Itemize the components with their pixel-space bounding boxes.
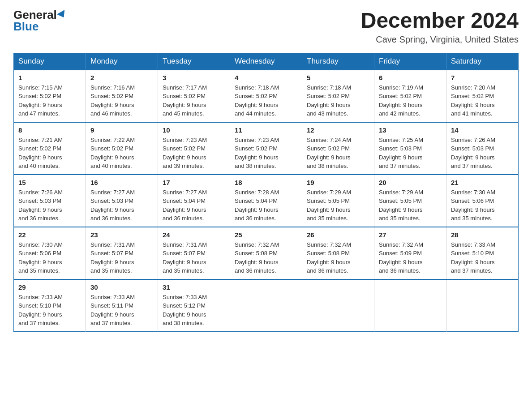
day-number: 1 — [18, 74, 81, 81]
calendar-day-cell: 9 Sunrise: 7:22 AMSunset: 5:02 PMDayligh… — [86, 122, 158, 175]
day-number: 30 — [90, 283, 153, 291]
day-info: Sunrise: 7:20 AMSunset: 5:02 PMDaylight:… — [451, 84, 495, 117]
day-number: 5 — [307, 74, 369, 81]
day-info: Sunrise: 7:17 AMSunset: 5:02 PMDaylight:… — [163, 84, 207, 117]
calendar-day-cell: 18 Sunrise: 7:28 AMSunset: 5:04 PMDaylig… — [230, 175, 302, 227]
day-info: Sunrise: 7:25 AMSunset: 5:03 PMDaylight:… — [379, 137, 423, 170]
calendar-day-cell: 14 Sunrise: 7:26 AMSunset: 5:03 PMDaylig… — [446, 122, 519, 175]
day-number: 18 — [235, 179, 297, 186]
logo: General Blue — [13, 9, 67, 32]
logo-arrow-icon — [57, 10, 68, 20]
day-info: Sunrise: 7:33 AMSunset: 5:11 PMDaylight:… — [90, 294, 135, 327]
day-info: Sunrise: 7:23 AMSunset: 5:02 PMDaylight:… — [235, 137, 279, 170]
weekday-header-tuesday: Tuesday — [158, 53, 230, 70]
calendar-empty-cell — [446, 279, 519, 332]
day-info: Sunrise: 7:31 AMSunset: 5:07 PMDaylight:… — [163, 241, 207, 274]
calendar-day-cell: 20 Sunrise: 7:29 AMSunset: 5:05 PMDaylig… — [374, 175, 446, 227]
day-number: 19 — [307, 179, 369, 186]
day-info: Sunrise: 7:27 AMSunset: 5:03 PMDaylight:… — [90, 189, 135, 222]
calendar-table: SundayMondayTuesdayWednesdayThursdayFrid… — [13, 53, 519, 332]
calendar-day-cell: 3 Sunrise: 7:17 AMSunset: 5:02 PMDayligh… — [158, 70, 230, 122]
day-number: 14 — [451, 126, 514, 134]
day-info: Sunrise: 7:15 AMSunset: 5:02 PMDaylight:… — [18, 84, 63, 117]
calendar-empty-cell — [374, 279, 446, 332]
calendar-day-cell: 16 Sunrise: 7:27 AMSunset: 5:03 PMDaylig… — [86, 175, 158, 227]
calendar-day-cell: 13 Sunrise: 7:25 AMSunset: 5:03 PMDaylig… — [374, 122, 446, 175]
title-block: December 2024 Cave Spring, Virginia, Uni… — [361, 9, 519, 45]
day-info: Sunrise: 7:33 AMSunset: 5:10 PMDaylight:… — [451, 241, 495, 274]
day-info: Sunrise: 7:29 AMSunset: 5:05 PMDaylight:… — [379, 189, 423, 222]
calendar-day-cell: 23 Sunrise: 7:31 AMSunset: 5:07 PMDaylig… — [86, 227, 158, 279]
calendar-week-row: 22 Sunrise: 7:30 AMSunset: 5:06 PMDaylig… — [14, 227, 519, 279]
day-info: Sunrise: 7:33 AMSunset: 5:10 PMDaylight:… — [18, 294, 63, 327]
calendar-header-row: SundayMondayTuesdayWednesdayThursdayFrid… — [14, 53, 519, 70]
day-number: 7 — [451, 74, 514, 81]
weekday-header-monday: Monday — [86, 53, 158, 70]
day-number: 23 — [90, 231, 153, 239]
logo-general-text: General — [13, 9, 57, 21]
day-number: 24 — [163, 231, 225, 239]
calendar-day-cell: 29 Sunrise: 7:33 AMSunset: 5:10 PMDaylig… — [14, 279, 86, 332]
calendar-day-cell: 31 Sunrise: 7:33 AMSunset: 5:12 PMDaylig… — [158, 279, 230, 332]
day-info: Sunrise: 7:24 AMSunset: 5:02 PMDaylight:… — [307, 137, 351, 170]
day-info: Sunrise: 7:22 AMSunset: 5:02 PMDaylight:… — [90, 137, 135, 170]
day-number: 3 — [163, 74, 225, 81]
day-info: Sunrise: 7:30 AMSunset: 5:06 PMDaylight:… — [451, 189, 495, 222]
day-number: 2 — [90, 74, 153, 81]
day-number: 26 — [307, 231, 369, 239]
page-header: General Blue December 2024 Cave Spring, … — [13, 9, 519, 45]
calendar-empty-cell — [302, 279, 374, 332]
day-info: Sunrise: 7:32 AMSunset: 5:08 PMDaylight:… — [235, 241, 279, 274]
day-number: 25 — [235, 231, 297, 239]
calendar-day-cell: 8 Sunrise: 7:21 AMSunset: 5:02 PMDayligh… — [14, 122, 86, 175]
day-info: Sunrise: 7:31 AMSunset: 5:07 PMDaylight:… — [90, 241, 135, 274]
day-info: Sunrise: 7:23 AMSunset: 5:02 PMDaylight:… — [163, 137, 207, 170]
day-info: Sunrise: 7:33 AMSunset: 5:12 PMDaylight:… — [163, 294, 207, 327]
calendar-day-cell: 5 Sunrise: 7:18 AMSunset: 5:02 PMDayligh… — [302, 70, 374, 122]
calendar-empty-cell — [230, 279, 302, 332]
calendar-day-cell: 21 Sunrise: 7:30 AMSunset: 5:06 PMDaylig… — [446, 175, 519, 227]
calendar-day-cell: 26 Sunrise: 7:32 AMSunset: 5:08 PMDaylig… — [302, 227, 374, 279]
day-info: Sunrise: 7:28 AMSunset: 5:04 PMDaylight:… — [235, 189, 279, 222]
day-number: 22 — [18, 231, 81, 239]
calendar-day-cell: 4 Sunrise: 7:18 AMSunset: 5:02 PMDayligh… — [230, 70, 302, 122]
day-info: Sunrise: 7:29 AMSunset: 5:05 PMDaylight:… — [307, 189, 351, 222]
calendar-day-cell: 25 Sunrise: 7:32 AMSunset: 5:08 PMDaylig… — [230, 227, 302, 279]
calendar-day-cell: 10 Sunrise: 7:23 AMSunset: 5:02 PMDaylig… — [158, 122, 230, 175]
day-number: 17 — [163, 179, 225, 186]
weekday-header-wednesday: Wednesday — [230, 53, 302, 70]
location-subtitle: Cave Spring, Virginia, United States — [361, 34, 519, 45]
calendar-week-row: 8 Sunrise: 7:21 AMSunset: 5:02 PMDayligh… — [14, 122, 519, 175]
day-number: 9 — [90, 126, 153, 134]
day-number: 31 — [163, 283, 225, 291]
logo-blue-text: Blue — [13, 21, 39, 32]
day-number: 8 — [18, 126, 81, 134]
calendar-day-cell: 24 Sunrise: 7:31 AMSunset: 5:07 PMDaylig… — [158, 227, 230, 279]
calendar-day-cell: 2 Sunrise: 7:16 AMSunset: 5:02 PMDayligh… — [86, 70, 158, 122]
calendar-day-cell: 30 Sunrise: 7:33 AMSunset: 5:11 PMDaylig… — [86, 279, 158, 332]
calendar-day-cell: 11 Sunrise: 7:23 AMSunset: 5:02 PMDaylig… — [230, 122, 302, 175]
calendar-week-row: 15 Sunrise: 7:26 AMSunset: 5:03 PMDaylig… — [14, 175, 519, 227]
day-number: 13 — [379, 126, 442, 134]
day-info: Sunrise: 7:26 AMSunset: 5:03 PMDaylight:… — [18, 189, 63, 222]
day-info: Sunrise: 7:32 AMSunset: 5:09 PMDaylight:… — [379, 241, 423, 274]
weekday-header-thursday: Thursday — [302, 53, 374, 70]
day-info: Sunrise: 7:18 AMSunset: 5:02 PMDaylight:… — [235, 84, 279, 117]
day-number: 10 — [163, 126, 225, 134]
day-number: 27 — [379, 231, 442, 239]
day-info: Sunrise: 7:21 AMSunset: 5:02 PMDaylight:… — [18, 137, 63, 170]
calendar-day-cell: 7 Sunrise: 7:20 AMSunset: 5:02 PMDayligh… — [446, 70, 519, 122]
day-number: 4 — [235, 74, 297, 81]
day-info: Sunrise: 7:32 AMSunset: 5:08 PMDaylight:… — [307, 241, 351, 274]
calendar-day-cell: 15 Sunrise: 7:26 AMSunset: 5:03 PMDaylig… — [14, 175, 86, 227]
calendar-week-row: 29 Sunrise: 7:33 AMSunset: 5:10 PMDaylig… — [14, 279, 519, 332]
day-number: 11 — [235, 126, 297, 134]
calendar-day-cell: 27 Sunrise: 7:32 AMSunset: 5:09 PMDaylig… — [374, 227, 446, 279]
day-number: 29 — [18, 283, 81, 291]
day-number: 6 — [379, 74, 442, 81]
day-number: 12 — [307, 126, 369, 134]
day-info: Sunrise: 7:26 AMSunset: 5:03 PMDaylight:… — [451, 137, 495, 170]
weekday-header-saturday: Saturday — [446, 53, 519, 70]
day-info: Sunrise: 7:16 AMSunset: 5:02 PMDaylight:… — [90, 84, 135, 117]
day-number: 15 — [18, 179, 81, 186]
